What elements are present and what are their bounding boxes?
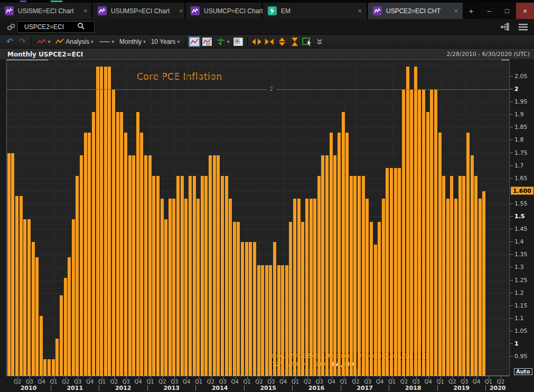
bar (297, 199, 301, 376)
tab-close-icon[interactable]: × (448, 7, 458, 15)
y-tick-label: 1.45 (514, 226, 528, 232)
search-icon[interactable] (77, 22, 85, 32)
interval-dropdown[interactable]: Monthly ▾ (117, 37, 148, 46)
threshold-label: 2 (267, 86, 276, 92)
chart-pan-button[interactable] (201, 36, 213, 47)
bar (229, 199, 232, 376)
compress-horizontal-button[interactable] (264, 36, 275, 47)
v-gridline (501, 60, 502, 376)
auto-scale-button[interactable]: Auto (514, 368, 532, 375)
quarter-label: Q2 (207, 379, 214, 385)
green-crosshair-icon (216, 38, 226, 46)
add-panel-button[interactable] (232, 36, 244, 47)
bar (176, 176, 180, 376)
tab-uspce2-eci-cht[interactable]: USPCE2=ECI CHT× (368, 3, 463, 19)
bar (269, 265, 272, 376)
symbol-search-box (17, 21, 95, 33)
expand-vertical-button[interactable] (276, 36, 288, 47)
tab-usumsp-eci-chart[interactable]: USUMSP=ECI Chart× (93, 3, 184, 19)
undo-icon: ↶ (6, 38, 13, 46)
bar (80, 155, 83, 376)
y-tick-mark (510, 293, 513, 293)
y-tick-label: 1.9 (514, 111, 524, 118)
chart-view-button[interactable] (189, 36, 200, 47)
bar (213, 155, 216, 376)
y-tick-label: 1.05 (514, 327, 528, 334)
y-tick-mark (510, 127, 513, 127)
more-tools-button[interactable] (314, 38, 325, 46)
chart-title: Monthly USPCE2=ECI (7, 51, 83, 58)
bar (338, 133, 341, 376)
new-tab-button[interactable]: + (464, 3, 478, 19)
bar (52, 359, 55, 376)
quarter-label: Q2 (62, 379, 69, 385)
bar (394, 168, 397, 376)
bar (398, 168, 401, 376)
y-tick-mark (510, 280, 513, 281)
compress-vertical-button[interactable] (289, 36, 301, 47)
bar (84, 133, 87, 376)
bar (189, 176, 192, 376)
bar (124, 133, 127, 376)
y-axis[interactable]: 2.0521.951.91.851.81.751.71.651.551.51.4… (510, 59, 534, 376)
bar (217, 155, 220, 376)
line-color-button[interactable]: ▾ (97, 38, 117, 45)
bar (32, 242, 35, 376)
bar (15, 196, 18, 376)
minimize-button[interactable]: – (480, 3, 498, 19)
link-icon[interactable] (6, 22, 16, 34)
quarter-label: Q1 (292, 379, 299, 385)
quarter-label: Q1 (388, 379, 396, 385)
tab-usisme-eci-chart[interactable]: USISME=ECI Chart× (0, 3, 91, 19)
bar (168, 199, 172, 376)
bar (353, 176, 357, 376)
lightning-icon (268, 6, 277, 15)
chart-hand-icon (202, 38, 212, 46)
search-input[interactable] (18, 23, 77, 31)
analysis-button[interactable]: Analysis ▾ (53, 37, 95, 46)
expand-horizontal-button[interactable] (251, 36, 263, 47)
bar (104, 67, 107, 376)
zoom-select-button[interactable] (302, 36, 313, 47)
close-button[interactable]: × (516, 3, 534, 19)
y-tick-mark (510, 305, 513, 306)
range-label: 10 Years (151, 38, 176, 45)
tab-em[interactable]: EM× (263, 3, 367, 19)
bar (164, 219, 167, 376)
maximize-button[interactable]: □ (498, 3, 516, 19)
tab-label: USISME=ECI Chart (18, 7, 74, 15)
undo-button[interactable]: ↶ (4, 36, 15, 47)
level-tool-button[interactable]: ▾ (214, 36, 232, 47)
chart-line-icon (191, 6, 200, 15)
line-style-button[interactable]: ▾ (35, 38, 53, 46)
quarter-label: Q1 (195, 379, 202, 385)
bar (285, 265, 288, 376)
range-dropdown[interactable]: 10 Years ▾ (149, 37, 182, 46)
flow-linking-icon[interactable] (501, 23, 510, 33)
tab-close-icon[interactable]: × (78, 7, 88, 15)
bar (265, 265, 268, 376)
bar (7, 153, 11, 377)
bar (108, 67, 111, 376)
bar (330, 133, 333, 376)
chart-line-icon (373, 6, 382, 15)
chart-title-bar: Monthly USPCE2=ECI 2/28/2010 - 6/30/2020… (0, 49, 534, 59)
y-tick-label: 1.95 (514, 98, 528, 105)
h-gridline (7, 64, 509, 64)
bar (474, 176, 477, 376)
menu-icon[interactable] (519, 23, 528, 33)
bar (426, 112, 429, 376)
redo-button[interactable]: ↷ (16, 36, 27, 47)
bar (241, 242, 244, 376)
tab-close-icon[interactable]: × (352, 7, 362, 15)
bar (289, 222, 292, 376)
tab-usumcp-eci-chart[interactable]: USUMCP=ECI Chart× (186, 3, 261, 19)
y-tick-mark (510, 139, 513, 140)
x-axis[interactable]: Q2Q3Q4Q1Q2Q3Q4Q1Q2Q3Q4Q1Q2Q3Q4Q1Q2Q3Q4Q1… (6, 377, 510, 392)
quarter-label: Q2 (255, 379, 263, 385)
plot-canvas[interactable]: Core PCE Inflation Line, USPCE2=ECI, Eco… (6, 59, 510, 376)
bar (11, 153, 14, 377)
bar (128, 155, 132, 376)
tab-close-icon[interactable]: × (174, 7, 183, 15)
bar (88, 133, 91, 376)
